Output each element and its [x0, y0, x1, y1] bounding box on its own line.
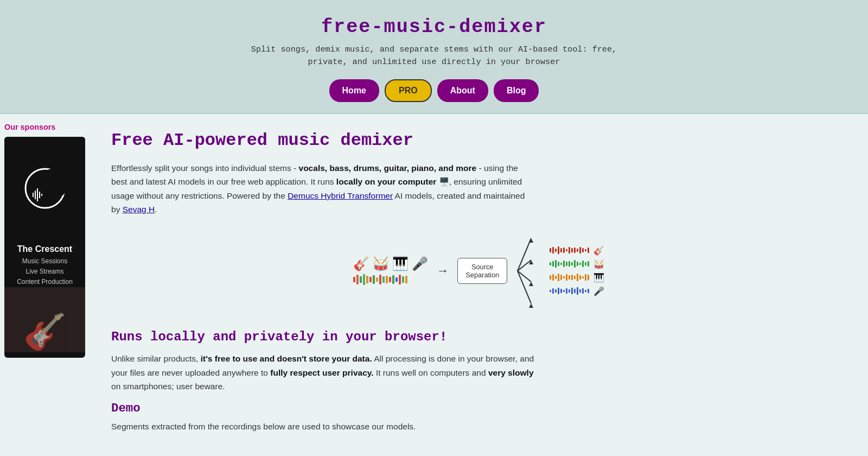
privacy-bold: it's free to use and doesn't store your … — [201, 354, 372, 363]
keyboard-output-icon: 🎹 — [593, 273, 604, 283]
nav-bar: Home PRO About Blog — [0, 79, 868, 102]
diagram-inputs: 🎸 🥁 🎹 🎤 — [353, 256, 428, 286]
branch-arrows-svg — [515, 227, 542, 314]
subheading-privacy: Runs locally and privately in your brows… — [111, 330, 846, 344]
svg-rect-20 — [395, 277, 398, 282]
svg-rect-81 — [560, 289, 562, 293]
locally-bold: locally on your computer 🖥️ — [336, 177, 449, 186]
privacy-intro: Unlike similar products, — [111, 354, 201, 363]
svg-rect-55 — [571, 262, 573, 265]
svg-rect-91 — [588, 289, 589, 293]
demucs-link[interactable]: Demucs Hybrid Transformer — [288, 191, 393, 200]
svg-rect-62 — [550, 275, 551, 280]
svg-rect-58 — [579, 263, 581, 265]
svg-rect-23 — [405, 276, 407, 283]
output-waveform-keyboard — [550, 274, 590, 281]
svg-rect-51 — [560, 263, 562, 265]
diagram-input-row-1: 🎸 🥁 🎹 🎤 — [353, 256, 428, 271]
svg-rect-75 — [585, 274, 586, 281]
input-waveform-svg — [353, 274, 407, 286]
svg-rect-36 — [560, 248, 562, 252]
svg-rect-50 — [558, 262, 559, 266]
svg-rect-48 — [552, 261, 554, 267]
svg-rect-15 — [379, 275, 381, 284]
privacy-bold2: fully respect user privacy. — [270, 368, 373, 377]
intro-paragraph: Effortlessly split your songs into indiv… — [111, 161, 534, 217]
svg-rect-32 — [550, 248, 551, 252]
site-header: free-music-demixer Split songs, demix mu… — [0, 0, 868, 114]
output-row-drums: 🥁 — [550, 259, 604, 269]
svg-rect-22 — [402, 276, 404, 283]
nav-about-button[interactable]: About — [437, 79, 488, 102]
nav-home-button[interactable]: Home — [329, 79, 379, 102]
svg-rect-68 — [566, 274, 567, 281]
svg-rect-61 — [588, 261, 589, 267]
svg-rect-11 — [366, 276, 368, 283]
svg-rect-12 — [369, 277, 372, 282]
svg-rect-17 — [386, 276, 388, 283]
svg-rect-14 — [376, 277, 378, 282]
svg-rect-87 — [577, 287, 578, 295]
branching-arrow — [515, 227, 542, 314]
svg-rect-72 — [577, 274, 578, 281]
svg-rect-42 — [577, 249, 578, 252]
svg-rect-66 — [560, 275, 562, 280]
svg-rect-18 — [389, 277, 391, 282]
svg-rect-88 — [579, 289, 581, 293]
intro-end: . — [155, 205, 157, 214]
output-waveform-guitar — [550, 246, 590, 254]
sevag-link[interactable]: Sevag H — [123, 205, 155, 214]
sponsors-label: Our sponsors — [4, 123, 85, 131]
main-layout: Our sponsors The Crescent Music Sessions — [0, 114, 868, 456]
svg-rect-71 — [574, 276, 576, 279]
sponsor-logo-icon — [23, 167, 67, 210]
output-waveform-mic — [550, 287, 590, 295]
svg-rect-74 — [582, 276, 584, 278]
svg-rect-86 — [574, 289, 576, 293]
source-separation-diagram: 🎸 🥁 🎹 🎤 — [111, 227, 846, 314]
guitar-icon: 🎸 — [353, 256, 369, 271]
nav-pro-button[interactable]: PRO — [385, 79, 432, 102]
demo-paragraph: Segments extracted from the recordings b… — [111, 420, 534, 434]
svg-rect-39 — [569, 247, 570, 254]
svg-rect-84 — [569, 289, 570, 293]
demo-text: Segments extracted from the recordings b… — [111, 422, 416, 431]
svg-rect-40 — [571, 248, 573, 252]
svg-rect-35 — [558, 246, 559, 254]
svg-rect-54 — [569, 261, 570, 267]
svg-rect-9 — [360, 276, 362, 283]
privacy-bold3: very slowly — [488, 368, 534, 377]
sidebar: Our sponsors The Crescent Music Sessions — [0, 114, 90, 456]
diagram-input-waveform-row — [353, 274, 428, 286]
arrow-to-box: → — [437, 264, 449, 278]
drums-output-icon: 🥁 — [593, 259, 604, 269]
svg-rect-33 — [552, 247, 554, 254]
output-row-guitar: 🎸 — [550, 245, 604, 256]
svg-rect-82 — [563, 290, 565, 292]
sponsor-photo — [4, 287, 85, 352]
svg-rect-10 — [363, 274, 365, 285]
svg-rect-90 — [585, 290, 586, 292]
svg-rect-37 — [563, 248, 565, 253]
demo-heading: Demo — [111, 401, 846, 415]
svg-rect-43 — [579, 247, 581, 254]
svg-rect-78 — [552, 288, 554, 294]
nav-blog-button[interactable]: Blog — [494, 79, 539, 102]
svg-rect-44 — [582, 248, 584, 252]
svg-rect-49 — [555, 260, 557, 268]
site-title: free-music-demixer — [0, 16, 868, 38]
svg-rect-60 — [585, 262, 586, 265]
svg-rect-41 — [574, 248, 576, 253]
drums-icon: 🥁 — [373, 256, 389, 271]
svg-rect-8 — [356, 275, 359, 284]
svg-rect-45 — [585, 249, 586, 251]
privacy-paragraph: Unlike similar products, it's free to us… — [111, 352, 534, 394]
svg-rect-57 — [577, 262, 578, 266]
mic-icon: 🎤 — [412, 256, 428, 271]
svg-rect-52 — [563, 261, 565, 267]
intro-text-start: Effortlessly split your songs into indiv… — [111, 163, 299, 173]
output-row-mic: 🎤 — [550, 286, 604, 296]
keyboard-icon: 🎹 — [392, 256, 409, 271]
svg-rect-89 — [582, 288, 584, 294]
svg-rect-65 — [558, 274, 559, 281]
